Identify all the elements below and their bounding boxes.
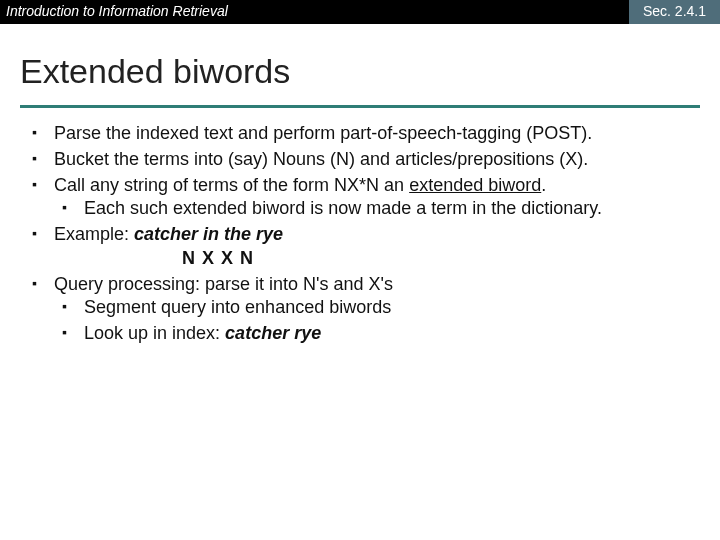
text: Example: [54, 224, 134, 244]
text: Query processing: parse it into N's and … [54, 274, 393, 294]
title-area: Extended biwords [0, 24, 720, 97]
sub-list: Segment query into enhanced biwords Look… [54, 296, 696, 346]
bullet-list: Parse the indexed text and perform part-… [24, 122, 696, 346]
list-item: Look up in index: catcher rye [54, 322, 696, 346]
example-phrase: catcher in the rye [134, 224, 283, 244]
example-lookup: catcher rye [225, 323, 321, 343]
text: Call any string of terms of the form NX*… [54, 175, 409, 195]
top-bar: Introduction to Information Retrieval Se… [0, 0, 720, 24]
content: Parse the indexed text and perform part-… [0, 108, 720, 346]
list-item: Bucket the terms into (say) Nouns (N) an… [24, 148, 696, 172]
list-item: Query processing: parse it into N's and … [24, 273, 696, 346]
pos-tags-row: N X X N [54, 247, 696, 271]
list-item: Segment query into enhanced biwords [54, 296, 696, 320]
text: Look up in index: [84, 323, 225, 343]
list-item: Call any string of terms of the form NX*… [24, 174, 696, 222]
list-item: Example: catcher in the rye N X X N [24, 223, 696, 271]
section-badge: Sec. 2.4.1 [629, 0, 720, 24]
list-item: Each such extended biword is now made a … [54, 197, 696, 221]
underlined-term: extended biword [409, 175, 541, 195]
list-item: Parse the indexed text and perform part-… [24, 122, 696, 146]
slide-title: Extended biwords [20, 52, 700, 91]
sub-list: Each such extended biword is now made a … [54, 197, 696, 221]
text: . [541, 175, 546, 195]
course-title: Introduction to Information Retrieval [0, 0, 629, 24]
